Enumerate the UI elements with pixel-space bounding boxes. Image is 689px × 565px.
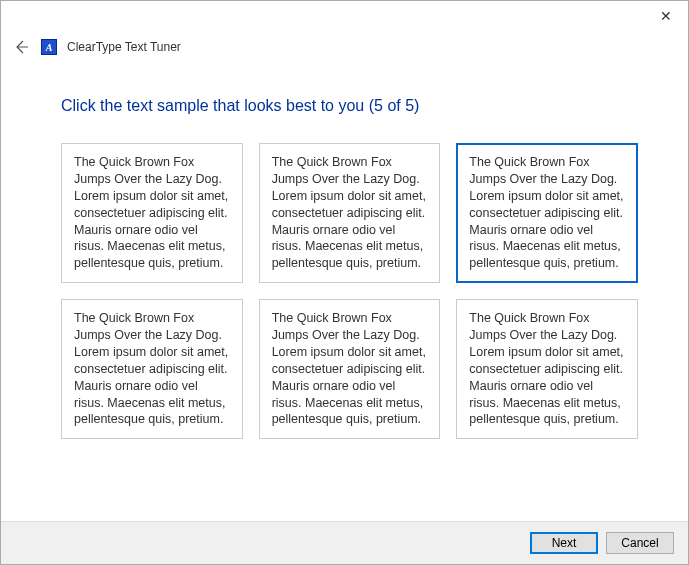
app-title: ClearType Text Tuner (67, 40, 181, 54)
content-area: Click the text sample that looks best to… (1, 57, 688, 521)
text-sample-1[interactable]: The Quick Brown Fox Jumps Over the Lazy … (61, 143, 243, 283)
next-button[interactable]: Next (530, 532, 598, 554)
titlebar: ✕ (1, 1, 688, 31)
text-sample-6[interactable]: The Quick Brown Fox Jumps Over the Lazy … (456, 299, 638, 439)
text-sample-2[interactable]: The Quick Brown Fox Jumps Over the Lazy … (259, 143, 441, 283)
text-sample-3[interactable]: The Quick Brown Fox Jumps Over the Lazy … (456, 143, 638, 283)
text-sample-4[interactable]: The Quick Brown Fox Jumps Over the Lazy … (61, 299, 243, 439)
close-icon: ✕ (660, 8, 672, 24)
back-button[interactable] (11, 37, 31, 57)
cancel-button[interactable]: Cancel (606, 532, 674, 554)
header-row: ClearType Text Tuner (1, 31, 688, 57)
footer: Next Cancel (1, 521, 688, 564)
app-icon (41, 39, 57, 55)
samples-grid: The Quick Brown Fox Jumps Over the Lazy … (61, 143, 638, 439)
text-sample-5[interactable]: The Quick Brown Fox Jumps Over the Lazy … (259, 299, 441, 439)
close-button[interactable]: ✕ (644, 1, 688, 31)
page-heading: Click the text sample that looks best to… (61, 97, 638, 115)
back-arrow-icon (13, 39, 29, 55)
